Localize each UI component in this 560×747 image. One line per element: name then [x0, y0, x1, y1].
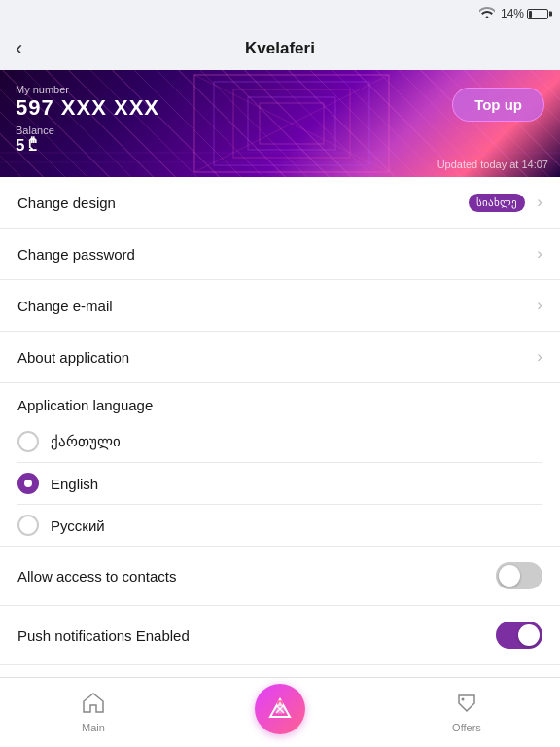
- home-icon: [82, 692, 105, 719]
- settings-item-about-application[interactable]: About application ›: [0, 332, 560, 383]
- settings-item-change-password[interactable]: Change password ›: [0, 229, 560, 280]
- language-label-ka: ქართული: [51, 433, 121, 450]
- language-option-ka[interactable]: ქართული: [0, 421, 560, 462]
- banner-content: My number 597 XXX XXX Balance 5 ₾: [0, 70, 560, 169]
- toggle-knob-push: [518, 624, 540, 646]
- settings-item-change-design[interactable]: Change design სიახლე ›: [0, 177, 560, 229]
- toggle-switch-push[interactable]: [496, 622, 542, 649]
- balance-value: 5 ₾: [16, 136, 544, 156]
- toggle-item-contacts: Allow access to contacts: [0, 547, 560, 606]
- toggle-label-contacts: Allow access to contacts: [18, 568, 176, 585]
- chevron-icon: ›: [537, 193, 542, 212]
- settings-list: Change design სიახლე › Change password ›…: [0, 177, 560, 747]
- toggle-item-push: Push notifications Enabled: [0, 606, 560, 665]
- chevron-icon: ›: [537, 347, 542, 367]
- language-section-header: Application language: [0, 383, 560, 421]
- toggle-knob-contacts: [499, 565, 520, 587]
- toggle-label-push: Push notifications Enabled: [18, 627, 190, 644]
- header: ‹ Kvelaferi: [0, 27, 560, 70]
- design-badge: სიახლე: [469, 194, 525, 212]
- nav-item-center[interactable]: [187, 684, 373, 742]
- banner: My number 597 XXX XXX Balance 5 ₾ Top up…: [0, 70, 560, 177]
- chevron-icon: ›: [537, 296, 542, 315]
- language-option-ru[interactable]: Русский: [0, 505, 560, 546]
- language-label-en: English: [51, 476, 98, 492]
- battery-indicator: 14%: [501, 7, 548, 20]
- nav-item-main[interactable]: Main: [0, 692, 187, 733]
- toggle-switch-contacts[interactable]: [496, 562, 542, 589]
- balance-label: Balance: [16, 124, 544, 136]
- radio-button-ka[interactable]: [18, 431, 39, 452]
- my-number-value: 597 XXX XXX: [16, 95, 544, 121]
- radio-button-en[interactable]: [18, 473, 39, 494]
- my-number-label: My number: [16, 84, 544, 95]
- nav-label-offers: Offers: [452, 722, 481, 733]
- battery-percentage: 14%: [501, 7, 524, 20]
- page-title: Kvelaferi: [245, 39, 315, 58]
- back-button[interactable]: ‹: [16, 36, 22, 61]
- language-option-en[interactable]: English: [0, 463, 560, 504]
- wifi-icon: [479, 7, 495, 21]
- offers-icon: [455, 692, 478, 719]
- center-nav-button[interactable]: [255, 684, 305, 734]
- radio-button-ru[interactable]: [18, 515, 39, 536]
- nav-item-offers[interactable]: Offers: [373, 692, 560, 733]
- chevron-icon: ›: [537, 244, 542, 264]
- settings-item-change-email[interactable]: Change e-mail ›: [0, 280, 560, 332]
- status-bar: 14%: [0, 0, 560, 27]
- language-label-ru: Русский: [51, 517, 105, 534]
- svg-point-15: [462, 698, 465, 701]
- battery-icon: [527, 9, 548, 19]
- bottom-nav: Main Offers: [0, 677, 560, 747]
- nav-label-main: Main: [82, 722, 105, 733]
